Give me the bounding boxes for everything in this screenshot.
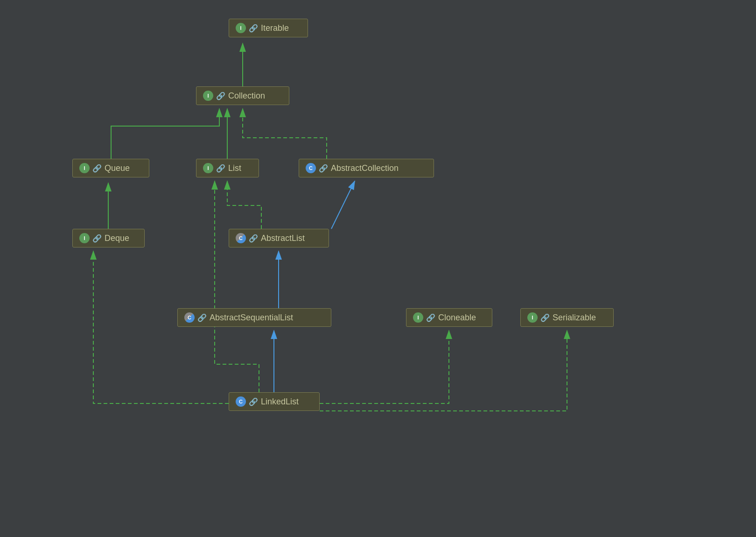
node-iterable[interactable]: I 🔗 Iterable xyxy=(229,19,308,37)
label-cloneable: Cloneable xyxy=(438,313,476,323)
badge-list: I xyxy=(203,163,213,173)
node-abstractcollection[interactable]: C 🔗 AbstractCollection xyxy=(299,159,434,177)
label-collection: Collection xyxy=(228,91,265,101)
chain-icon-abstractsequentiallist: 🔗 xyxy=(197,313,207,322)
label-list: List xyxy=(228,163,241,173)
node-collection[interactable]: I 🔗 Collection xyxy=(196,86,289,105)
chain-icon-list: 🔗 xyxy=(216,164,225,173)
node-abstractsequentiallist[interactable]: C 🔗 AbstractSequentialList xyxy=(177,308,331,327)
label-linkedlist: LinkedList xyxy=(261,397,299,407)
chain-icon-iterable: 🔗 xyxy=(249,24,258,33)
badge-queue: I xyxy=(79,163,90,173)
badge-serializable: I xyxy=(527,312,538,323)
badge-abstractcollection: C xyxy=(306,163,316,173)
chain-icon-linkedlist: 🔗 xyxy=(249,397,258,406)
diagram-canvas: I 🔗 Iterable I 🔗 Collection I 🔗 Queue I … xyxy=(0,0,756,537)
chain-icon-abstractlist: 🔗 xyxy=(249,234,258,243)
badge-abstractlist: C xyxy=(236,233,246,243)
chain-icon-cloneable: 🔗 xyxy=(426,313,435,322)
badge-collection: I xyxy=(203,91,213,101)
badge-cloneable: I xyxy=(413,312,423,323)
arrows-svg xyxy=(0,0,756,537)
label-deque: Deque xyxy=(105,233,129,243)
badge-abstractsequentiallist: C xyxy=(184,312,195,323)
badge-iterable: I xyxy=(236,23,246,33)
label-abstractlist: AbstractList xyxy=(261,233,305,243)
label-queue: Queue xyxy=(105,163,130,173)
chain-icon-serializable: 🔗 xyxy=(540,313,550,322)
node-queue[interactable]: I 🔗 Queue xyxy=(72,159,149,177)
label-iterable: Iterable xyxy=(261,23,289,33)
label-abstractcollection: AbstractCollection xyxy=(331,163,399,173)
chain-icon-deque: 🔗 xyxy=(92,234,102,243)
badge-linkedlist: C xyxy=(236,396,246,407)
node-serializable[interactable]: I 🔗 Serializable xyxy=(520,308,614,327)
node-cloneable[interactable]: I 🔗 Cloneable xyxy=(406,308,492,327)
svg-line-6 xyxy=(331,181,355,229)
chain-icon-queue: 🔗 xyxy=(92,164,102,173)
label-serializable: Serializable xyxy=(553,313,596,323)
chain-icon-collection: 🔗 xyxy=(216,92,225,100)
chain-icon-abstractcollection: 🔗 xyxy=(319,164,328,173)
label-abstractsequentiallist: AbstractSequentialList xyxy=(210,313,293,323)
node-deque[interactable]: I 🔗 Deque xyxy=(72,229,145,247)
badge-deque: I xyxy=(79,233,90,243)
node-abstractlist[interactable]: C 🔗 AbstractList xyxy=(229,229,329,247)
node-list[interactable]: I 🔗 List xyxy=(196,159,259,177)
node-linkedlist[interactable]: C 🔗 LinkedList xyxy=(229,392,320,411)
